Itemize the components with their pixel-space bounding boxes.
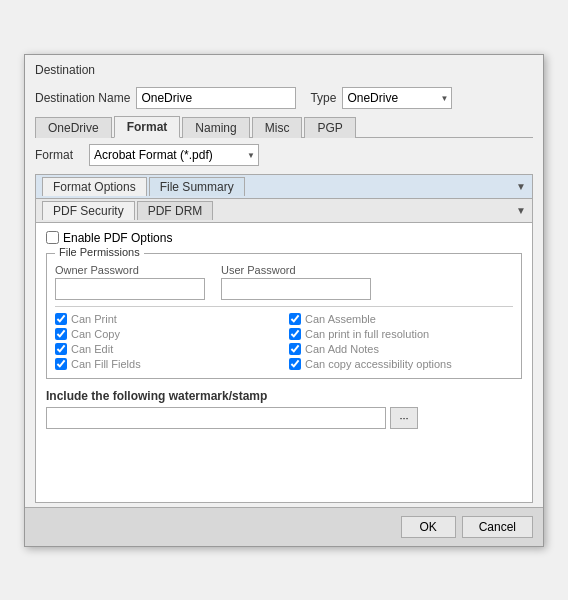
tabs-row: OneDrive Format Naming Misc PGP bbox=[35, 115, 533, 138]
format-label: Format bbox=[35, 148, 81, 162]
permissions-divider bbox=[55, 306, 513, 307]
perm-can-copy-accessibility-checkbox[interactable] bbox=[289, 358, 301, 370]
tab-file-summary[interactable]: File Summary bbox=[149, 177, 245, 196]
owner-password-col: Owner Password bbox=[55, 264, 205, 300]
watermark-browse-button[interactable]: ··· bbox=[390, 407, 418, 429]
watermark-input[interactable] bbox=[46, 407, 386, 429]
perm-can-print: Can Print bbox=[55, 313, 279, 325]
section-arrow-icon[interactable]: ▼ bbox=[516, 181, 526, 192]
tab-pdf-security[interactable]: PDF Security bbox=[42, 201, 135, 220]
dest-name-input[interactable] bbox=[136, 87, 296, 109]
tab-pdf-drm[interactable]: PDF DRM bbox=[137, 201, 214, 220]
main-panel: Enable PDF Options File Permissions Owne… bbox=[35, 223, 533, 503]
tab-naming[interactable]: Naming bbox=[182, 117, 249, 138]
permissions-grid: Can Print Can Assemble Can Copy Can prin… bbox=[55, 313, 513, 370]
watermark-label: Include the following watermark/stamp bbox=[46, 389, 522, 403]
perm-can-fill-fields: Can Fill Fields bbox=[55, 358, 279, 370]
dialog-title: Destination bbox=[25, 55, 543, 81]
perm-can-add-notes: Can Add Notes bbox=[289, 343, 513, 355]
enable-pdf-checkbox[interactable] bbox=[46, 231, 59, 244]
perm-can-assemble: Can Assemble bbox=[289, 313, 513, 325]
sub-section-tabs: PDF Security PDF DRM bbox=[42, 201, 215, 220]
type-select-wrapper: OneDrive bbox=[342, 87, 452, 109]
perm-can-assemble-label: Can Assemble bbox=[305, 313, 376, 325]
tab-misc[interactable]: Misc bbox=[252, 117, 303, 138]
perm-can-edit: Can Edit bbox=[55, 343, 279, 355]
dialog-footer: OK Cancel bbox=[25, 507, 543, 546]
owner-password-input[interactable] bbox=[55, 278, 205, 300]
file-permissions-group: File Permissions Owner Password User Pas… bbox=[46, 253, 522, 379]
dest-name-label: Destination Name bbox=[35, 91, 130, 105]
destination-dialog: Destination Destination Name Type OneDri… bbox=[24, 54, 544, 547]
sub-section-arrow-icon[interactable]: ▼ bbox=[516, 205, 526, 216]
watermark-row: ··· bbox=[46, 407, 522, 429]
watermark-section: Include the following watermark/stamp ··… bbox=[46, 389, 522, 429]
format-select-wrapper: Acrobat Format (*.pdf) bbox=[89, 144, 259, 166]
perm-can-add-notes-label: Can Add Notes bbox=[305, 343, 379, 355]
tab-format[interactable]: Format bbox=[114, 116, 181, 138]
sub-section: PDF Security PDF DRM ▼ bbox=[35, 199, 533, 223]
section-header: Format Options File Summary ▼ bbox=[35, 174, 533, 199]
dest-name-row: Destination Name Type OneDrive bbox=[35, 87, 533, 109]
format-select[interactable]: Acrobat Format (*.pdf) bbox=[89, 144, 259, 166]
owner-password-label: Owner Password bbox=[55, 264, 205, 276]
format-row: Format Acrobat Format (*.pdf) bbox=[35, 138, 533, 170]
user-password-col: User Password bbox=[221, 264, 371, 300]
perm-can-print-full: Can print in full resolution bbox=[289, 328, 513, 340]
perm-can-edit-label: Can Edit bbox=[71, 343, 113, 355]
passwords-row: Owner Password User Password bbox=[55, 264, 513, 300]
tab-format-options[interactable]: Format Options bbox=[42, 177, 147, 196]
cancel-button[interactable]: Cancel bbox=[462, 516, 533, 538]
type-dropdown[interactable]: OneDrive bbox=[342, 87, 452, 109]
perm-can-print-full-checkbox[interactable] bbox=[289, 328, 301, 340]
tab-pgp[interactable]: PGP bbox=[304, 117, 355, 138]
perm-can-copy-accessibility-label: Can copy accessibility options bbox=[305, 358, 452, 370]
ok-button[interactable]: OK bbox=[401, 516, 456, 538]
type-label: Type bbox=[310, 91, 336, 105]
perm-can-print-checkbox[interactable] bbox=[55, 313, 67, 325]
perm-can-edit-checkbox[interactable] bbox=[55, 343, 67, 355]
perm-can-add-notes-checkbox[interactable] bbox=[289, 343, 301, 355]
tab-onedrive[interactable]: OneDrive bbox=[35, 117, 112, 138]
perm-can-print-label: Can Print bbox=[71, 313, 117, 325]
enable-pdf-row: Enable PDF Options bbox=[46, 231, 522, 245]
perm-can-assemble-checkbox[interactable] bbox=[289, 313, 301, 325]
perm-can-copy-checkbox[interactable] bbox=[55, 328, 67, 340]
perm-can-fill-fields-checkbox[interactable] bbox=[55, 358, 67, 370]
section-header-tabs: Format Options File Summary bbox=[42, 177, 247, 196]
perm-can-fill-fields-label: Can Fill Fields bbox=[71, 358, 141, 370]
file-permissions-legend: File Permissions bbox=[55, 246, 144, 258]
enable-pdf-label: Enable PDF Options bbox=[63, 231, 172, 245]
perm-can-copy: Can Copy bbox=[55, 328, 279, 340]
perm-can-print-full-label: Can print in full resolution bbox=[305, 328, 429, 340]
perm-can-copy-label: Can Copy bbox=[71, 328, 120, 340]
perm-can-copy-accessibility: Can copy accessibility options bbox=[289, 358, 513, 370]
user-password-input[interactable] bbox=[221, 278, 371, 300]
user-password-label: User Password bbox=[221, 264, 371, 276]
